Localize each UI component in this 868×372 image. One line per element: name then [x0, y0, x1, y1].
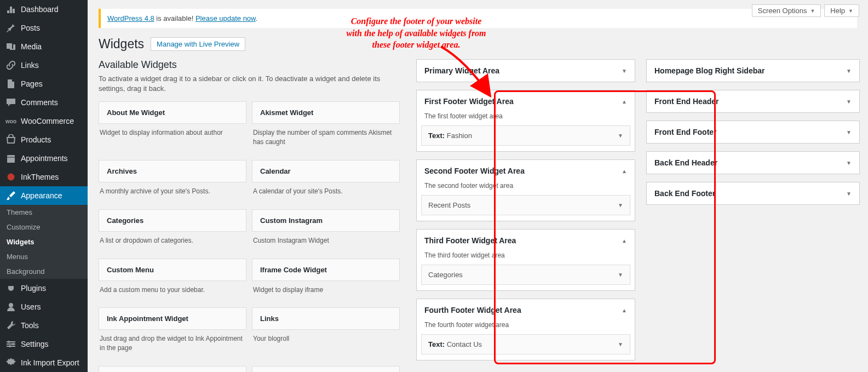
submenu-themes[interactable]: Themes	[0, 205, 88, 220]
widget-custom-instagram: Custom Instagram Custom Instagram Widget	[252, 209, 400, 253]
widget-title[interactable]: Custom Menu	[99, 259, 246, 281]
admin-sidebar: Dashboard Posts Media Links Pages Commen…	[0, 0, 88, 372]
sidebar-item-label: Tools	[21, 321, 82, 330]
submenu-background[interactable]: Background	[0, 264, 88, 279]
panel-title: Homepage Blog Right Sidebar	[654, 66, 764, 75]
assigned-widget-text-contact-us[interactable]: Text: Contact Us ▼	[421, 334, 630, 354]
widget-title[interactable]: Ink Appointment Widget	[99, 307, 246, 330]
widget-title[interactable]: Akismet Widget	[252, 101, 400, 124]
widget-title[interactable]: About Me Widget	[99, 101, 246, 124]
svg-point-8	[9, 345, 11, 347]
available-widgets-column: Available Widgets To activate a widget d…	[99, 59, 405, 372]
panel-header[interactable]: Fourth Footer Widget Area ▲	[417, 299, 635, 321]
panel-front-end-footer: Front End Footer ▼	[646, 121, 860, 144]
chevron-down-icon: ▼	[846, 129, 852, 135]
panel-desc: The first footer widget area	[417, 112, 635, 125]
sidebar-item-label: InkThemes	[21, 173, 82, 181]
widget-desc: Custom Instagram Widget	[252, 232, 400, 253]
submenu-customize[interactable]: Customize	[0, 220, 88, 234]
chevron-up-icon: ▲	[622, 307, 627, 313]
brush-icon	[5, 190, 16, 201]
sidebar-item-appearance[interactable]: Appearance	[0, 186, 88, 205]
sidebar-item-pages[interactable]: Pages	[0, 75, 88, 93]
sidebar-item-label: Ink Import Export	[21, 358, 82, 367]
sidebar-item-inkthemes[interactable]: InkThemes	[0, 168, 88, 186]
available-widgets-grid: About Me Widget Widget to display inform…	[99, 101, 405, 372]
widget-desc: A list or dropdown of categories.	[99, 232, 246, 253]
widget-title[interactable]: Meta	[99, 366, 246, 372]
assigned-widget-categories[interactable]: Categories ▼	[421, 265, 630, 285]
media-icon	[5, 41, 16, 52]
widget-meta: Meta Login, RSS, & WordPress.org links.	[99, 366, 246, 372]
sidebar-item-comments[interactable]: Comments	[0, 93, 88, 112]
submenu-widgets[interactable]: Widgets	[0, 234, 88, 249]
widget-links: Links Your blogroll	[252, 307, 400, 360]
panel-title: Front End Footer	[654, 128, 717, 136]
available-widgets-desc: To activate a widget drag it to a sideba…	[99, 74, 405, 94]
widget-title[interactable]: Custom Instagram	[252, 209, 400, 232]
panel-header[interactable]: Second Footer Widget Area ▲	[417, 160, 635, 182]
panel-header[interactable]: Back End Footer ▼	[647, 182, 859, 204]
panel-primary-widget-area: Primary Widget Area ▼	[416, 59, 635, 82]
widget-desc: Your blogroll	[252, 330, 400, 351]
widget-title[interactable]: Pages	[252, 366, 400, 372]
panel-title: Second Footer Widget Area	[424, 167, 525, 175]
comment-icon	[5, 97, 16, 108]
panel-header[interactable]: Homepage Blog Right Sidebar ▼	[647, 60, 859, 82]
link-icon	[5, 60, 16, 71]
panel-homepage-blog-sidebar: Homepage Blog Right Sidebar ▼	[646, 59, 860, 82]
widget-title[interactable]: Archives	[99, 160, 246, 182]
sidebar-item-users[interactable]: Users	[0, 297, 88, 316]
panel-back-end-header: Back End Header ▼	[646, 151, 860, 174]
gear-icon	[5, 357, 16, 368]
panel-header[interactable]: Front End Footer ▼	[647, 121, 859, 143]
sidebar-item-tools[interactable]: Tools	[0, 316, 88, 335]
widget-title[interactable]: Links	[252, 307, 400, 330]
widget-categories: Categories A list or dropdown of categor…	[99, 209, 246, 253]
screen-options-button[interactable]: Screen Options▼	[752, 4, 821, 17]
sidebar-item-ink-import-export[interactable]: Ink Import Export	[0, 353, 88, 372]
sidebar-item-settings[interactable]: Settings	[0, 335, 88, 353]
settings-icon	[5, 339, 16, 350]
assigned-widget-text-fashion[interactable]: Text: Fashion ▼	[421, 125, 630, 146]
sidebar-item-appointments[interactable]: Appointments	[0, 149, 88, 168]
chevron-up-icon: ▲	[622, 238, 627, 244]
widget-desc: Add a custom menu to your sidebar.	[99, 281, 246, 302]
widget-title[interactable]: Categories	[99, 209, 246, 232]
chevron-down-icon: ▼	[848, 8, 853, 14]
submenu-menus[interactable]: Menus	[0, 249, 88, 264]
wordpress-version-link[interactable]: WordPress 4.8	[107, 14, 154, 22]
panel-header[interactable]: Primary Widget Area ▼	[417, 60, 635, 82]
widget-title[interactable]: Calendar	[252, 160, 400, 182]
help-button[interactable]: Help▼	[824, 4, 859, 17]
svg-point-7	[12, 343, 14, 345]
sidebar-item-posts[interactable]: Posts	[0, 19, 88, 37]
manage-live-preview-button[interactable]: Manage with Live Preview	[151, 37, 245, 51]
widget-title[interactable]: Iframe Code Widget	[252, 259, 400, 281]
sidebar-item-links[interactable]: Links	[0, 56, 88, 75]
widget-calendar: Calendar A calendar of your site's Posts…	[252, 160, 400, 204]
sidebar-item-woocommerce[interactable]: woo WooCommerce	[0, 112, 88, 130]
panel-header[interactable]: Front End Header ▼	[647, 90, 859, 112]
sidebar-item-dashboard[interactable]: Dashboard	[0, 0, 88, 19]
assigned-widget-recent-posts[interactable]: Recent Posts ▼	[421, 195, 630, 215]
chevron-down-icon: ▼	[846, 68, 852, 74]
dashboard-icon	[5, 4, 16, 15]
sidebar-item-label: Dashboard	[21, 5, 82, 14]
products-icon	[5, 134, 16, 145]
sidebar-item-label: Settings	[21, 340, 82, 348]
panel-header[interactable]: First Footer Widget Area ▲	[417, 90, 635, 112]
widget-desc: Just drag and drop the widget to Ink App…	[99, 330, 246, 360]
panel-header[interactable]: Back End Header ▼	[647, 152, 859, 174]
panel-header[interactable]: Third Footer Widget Area ▲	[417, 230, 635, 251]
sidebar-item-label: Products	[21, 135, 82, 144]
panel-first-footer-widget-area: First Footer Widget Area ▲ The first foo…	[416, 90, 635, 152]
update-notice: WordPress 4.8 is available! Please updat…	[99, 9, 857, 28]
sidebar-item-plugins[interactable]: Plugins	[0, 279, 88, 297]
panel-back-end-footer: Back End Footer ▼	[646, 182, 860, 205]
sidebar-item-products[interactable]: Products	[0, 130, 88, 149]
update-now-link[interactable]: Please update now	[196, 14, 256, 22]
chevron-down-icon: ▼	[618, 133, 623, 139]
panel-desc: The second footer widget area	[417, 182, 635, 195]
sidebar-item-media[interactable]: Media	[0, 37, 88, 56]
